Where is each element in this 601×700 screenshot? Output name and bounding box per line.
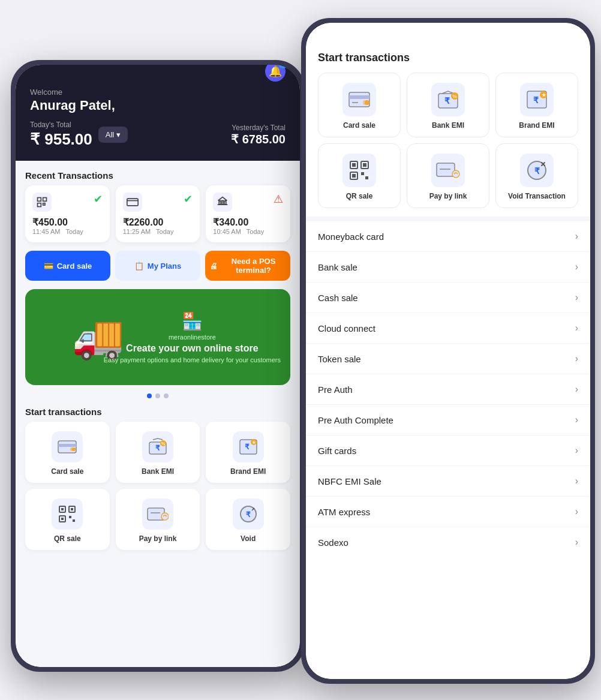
transaction-card-1[interactable]: ✔ ₹450.00 11:45 AM Today (25, 185, 110, 242)
list-item-nbfc-emi-sale[interactable]: NBFC EMI Sale › (306, 466, 590, 497)
svg-rect-26 (71, 508, 73, 510)
grid-label-qr-sale: QR sale (54, 534, 81, 543)
start-transactions-section: Start transactions Card sale ₹% (25, 407, 290, 550)
svg-rect-0 (38, 198, 41, 202)
chevron-right-icon: › (575, 445, 578, 456)
phone2-list: Moneyback card › Bank sale › Cash sale ›… (306, 221, 590, 679)
card-sale-icon: 💳 (44, 262, 53, 271)
list-item-bank-sale[interactable]: Bank sale › (306, 252, 590, 283)
transaction-card-3[interactable]: ⚠ ₹340.00 10:45 AM Today (206, 185, 290, 242)
chevron-right-icon: › (575, 476, 578, 486)
action-buttons-row: 💳 Card sale 📋 My Plans 🖨 Need a POS term… (25, 251, 290, 281)
p2-label-qr-sale: QR sale (346, 192, 373, 200)
recent-transactions-list: ✔ ₹450.00 11:45 AM Today ✔ ₹2 (25, 185, 290, 242)
txn-amount-3: ₹340.00 (213, 217, 283, 228)
svg-rect-54 (361, 172, 364, 175)
list-item-sodexo[interactable]: Sodexo › (306, 527, 590, 557)
grid-item-brand-emi[interactable]: ₹★ Brand EMI (206, 422, 290, 483)
list-item-moneyback-card[interactable]: Moneyback card › (306, 221, 590, 252)
list-item-cloud-connect[interactable]: Cloud connect › (306, 313, 590, 344)
pos-icon: 🖨 (210, 262, 218, 271)
list-item-atm-express[interactable]: ATM express › (306, 497, 590, 527)
phone1-header: 🔔 3 Welcome Anurag Patel, Today's Total … (16, 65, 300, 161)
svg-text:%: % (161, 441, 166, 446)
p2-label-pay-by-link: Pay by link (429, 192, 467, 200)
list-item-gift-cards[interactable]: Gift cards › (306, 435, 590, 466)
p2-grid-item-qr-sale[interactable]: QR sale (318, 143, 401, 208)
status-err-icon-3: ⚠ (274, 193, 283, 206)
todays-total-label: Today's Total (30, 121, 92, 129)
recent-transactions-section: Recent Transactions ✔ ₹450.00 11:45 AM T… (25, 170, 290, 242)
grid-item-pay-by-link[interactable]: Pay by link (116, 489, 200, 550)
bank-sale-label: Bank sale (318, 262, 357, 272)
chevron-down-icon: ▾ (116, 130, 121, 139)
phone1-body: Recent Transactions ✔ ₹450.00 11:45 AM T… (16, 161, 300, 667)
my-plans-button[interactable]: 📋 My Plans (115, 251, 200, 281)
list-item-pre-auth-complete[interactable]: Pre Auth Complete › (306, 405, 590, 435)
list-item-token-sale[interactable]: Token sale › (306, 344, 590, 374)
pre-auth-complete-label: Pre Auth Complete (318, 415, 393, 425)
svg-text:₹: ₹ (155, 444, 160, 452)
store-icon: 🏪 (104, 311, 281, 331)
pay-by-link-grid-icon (142, 498, 173, 530)
p2-grid-item-pay-by-link[interactable]: Pay by link (407, 143, 489, 208)
phone2-device: Start transactions Card sale ₹% Bank EMI (301, 18, 595, 684)
svg-rect-51 (352, 163, 356, 167)
svg-rect-28 (69, 516, 71, 518)
svg-rect-36 (349, 95, 369, 99)
grid-label-pay-by-link: Pay by link (139, 534, 177, 543)
txn-amount-2: ₹2260.00 (123, 217, 193, 228)
txn-time-2: 11:25 AM Today (123, 228, 193, 235)
grid-label-brand-emi: Brand EMI (230, 467, 266, 476)
p2-grid-item-bank-emi[interactable]: ₹% Bank EMI (407, 73, 489, 137)
svg-rect-8 (225, 201, 227, 205)
svg-rect-25 (61, 508, 64, 510)
transaction-card-2[interactable]: ✔ ₹2260.00 11:25 AM Today (116, 185, 200, 242)
brand-emi-grid-icon: ₹★ (233, 431, 264, 462)
p2-grid-item-card-sale[interactable]: Card sale (318, 73, 401, 137)
svg-text:₹: ₹ (533, 95, 539, 105)
p2-grid-item-void-transaction[interactable]: ₹ Void Transaction (495, 143, 578, 208)
yesterdays-total-label: Yesterday's Total (231, 124, 286, 132)
dot-3 (164, 393, 169, 398)
atm-express-label: ATM express (318, 507, 370, 517)
svg-rect-4 (127, 199, 138, 206)
card-sale-button[interactable]: 💳 Card sale (25, 251, 110, 281)
nbfc-emi-sale-label: NBFC EMI Sale (318, 476, 381, 486)
chevron-right-icon: › (575, 414, 578, 425)
promo-banner[interactable]: 🚚 🏪 meraonlinestore Create your own onli… (25, 289, 290, 385)
svg-rect-1 (43, 198, 47, 202)
pos-label: Need a POS terminal? (221, 257, 286, 275)
card-icon (123, 193, 142, 212)
grid-item-card-sale[interactable]: Card sale (25, 422, 110, 483)
grid-item-bank-emi[interactable]: ₹% Bank EMI (116, 422, 200, 483)
card-sale-grid-icon (52, 431, 83, 462)
bank-emi-grid-icon: ₹% (142, 431, 173, 462)
svg-rect-7 (222, 201, 224, 205)
p2-label-brand-emi: Brand EMI (519, 121, 554, 130)
grid-item-void[interactable]: ₹ Void (206, 489, 290, 550)
phone2-screen: Start transactions Card sale ₹% Bank EMI (306, 23, 590, 679)
svg-rect-53 (352, 174, 356, 178)
banner-subtitle: Easy payment options and home delivery f… (104, 356, 281, 363)
chevron-right-icon: › (575, 506, 578, 517)
p2-card-sale-icon (342, 83, 376, 116)
grid-item-qr-sale[interactable]: QR sale (25, 489, 110, 550)
p2-grid-item-brand-emi[interactable]: ₹★ Brand EMI (495, 73, 578, 137)
list-item-pre-auth[interactable]: Pre Auth › (306, 374, 590, 405)
notification-button[interactable]: 🔔 3 (265, 65, 286, 82)
list-item-cash-sale[interactable]: Cash sale › (306, 283, 590, 313)
filter-all-pill[interactable]: All ▾ (98, 127, 128, 143)
plans-icon: 📋 (134, 262, 144, 271)
txn-time-1: 11:45 AM Today (32, 228, 103, 235)
recent-transactions-title: Recent Transactions (25, 170, 290, 181)
pos-terminal-button[interactable]: 🖨 Need a POS terminal? (205, 251, 290, 281)
void-grid-icon: ₹ (233, 498, 264, 530)
transaction-grid: Card sale ₹% Bank EMI ₹★ Brand (25, 422, 290, 550)
phone2-top-grid: Card sale ₹% Bank EMI ₹★ Brand EMI (318, 73, 578, 208)
chevron-right-icon: › (575, 292, 578, 303)
phone1-screen: 🔔 3 Welcome Anurag Patel, Today's Total … (16, 65, 300, 667)
grid-label-void: Void (241, 534, 256, 543)
status-ok-icon-2: ✔ (184, 193, 193, 206)
chevron-right-icon: › (575, 537, 578, 548)
